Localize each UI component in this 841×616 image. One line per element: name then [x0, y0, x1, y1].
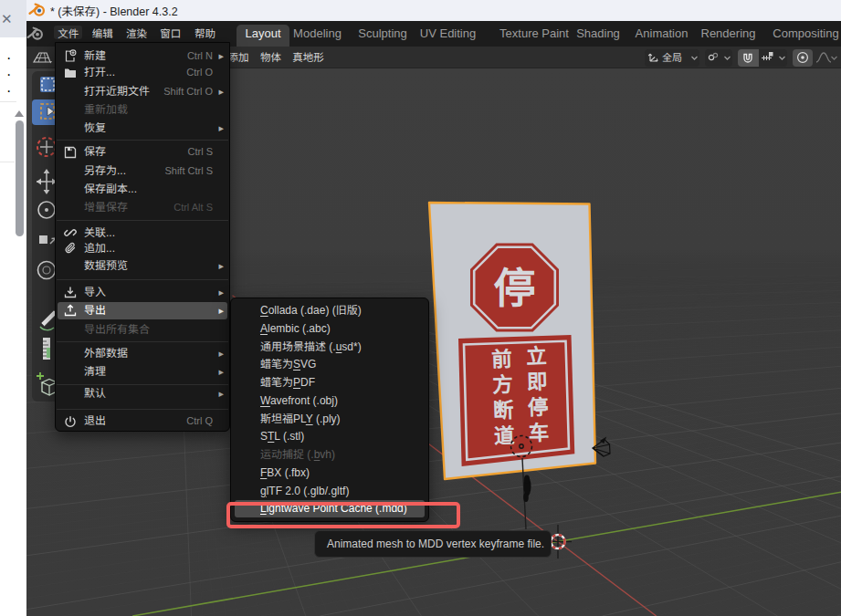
svg-text:道: 道 [493, 419, 515, 449]
svg-text:停: 停 [494, 255, 536, 315]
